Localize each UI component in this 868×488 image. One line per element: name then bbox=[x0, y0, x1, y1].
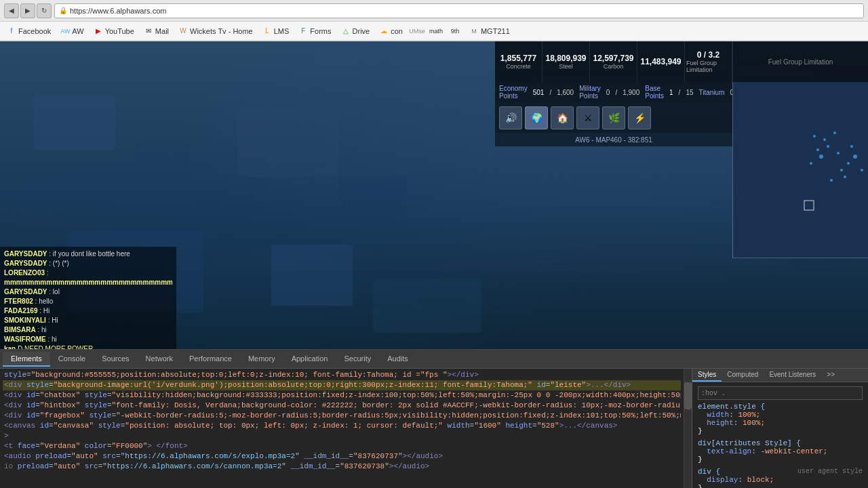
power-button[interactable]: ⚡ bbox=[628, 106, 651, 129]
attack-button[interactable]: ⚔ bbox=[576, 106, 599, 129]
scroll-thumb[interactable] bbox=[684, 382, 692, 409]
mail-icon: ✉ bbox=[144, 26, 153, 36]
tab-application[interactable]: Application bbox=[283, 352, 336, 367]
bookmark-drive[interactable]: △ Drive bbox=[337, 25, 374, 37]
styles-filter[interactable]: :hov . bbox=[698, 386, 863, 400]
resource4-value: 11,483,949 bbox=[640, 57, 681, 66]
chat-line: LORENZO03 : bbox=[4, 268, 172, 278]
lms-icon: L bbox=[262, 26, 272, 36]
economy-pts-label: Economy Points bbox=[499, 85, 528, 100]
style-val: block; bbox=[747, 476, 774, 484]
chat-name: LORENZO03 bbox=[4, 269, 45, 277]
svg-rect-2 bbox=[237, 109, 339, 177]
devtools-tabs: Elements Console Sources Network Perform… bbox=[0, 350, 868, 369]
chat-line: WASIFROME : hi bbox=[4, 335, 172, 344]
chat-msg: : lol bbox=[49, 288, 60, 296]
map-button[interactable]: 🌍 bbox=[525, 106, 548, 129]
browser-chrome: ◀ ▶ ↻ 🔒 https://www.6.alphawars.com f Fa… bbox=[0, 0, 868, 41]
style-selector: div[Attributes Style] { bbox=[698, 439, 801, 447]
fuel-value: 0 / 3.2 bbox=[697, 50, 719, 60]
chat-name: WASIFROME bbox=[4, 336, 46, 343]
styles-tab-events[interactable]: Event Listeners bbox=[764, 369, 821, 382]
concrete-value: 1,855,777 bbox=[500, 54, 536, 63]
styles-tab-styles[interactable]: Styles bbox=[692, 369, 722, 382]
tab-sources[interactable]: Sources bbox=[94, 352, 137, 367]
code-line: > bbox=[3, 431, 681, 441]
devtools-panel: Elements Console Sources Network Perform… bbox=[0, 349, 868, 488]
devtools-code-panel: style="background:#555555;position:absol… bbox=[0, 369, 684, 488]
bookmark-youtube[interactable]: ▶ YouTube bbox=[90, 25, 138, 37]
bookmark-lms[interactable]: L LMS bbox=[258, 25, 294, 37]
base-button[interactable]: 🏠 bbox=[551, 106, 574, 129]
tab-network[interactable]: Network bbox=[138, 352, 181, 367]
bookmark-umse[interactable]: UMse bbox=[408, 25, 426, 37]
chat-name: BIMSARA bbox=[4, 326, 36, 333]
chat-line: FTER802 : hello bbox=[4, 297, 172, 306]
styles-tab-more[interactable]: >> bbox=[821, 369, 840, 382]
chat-name: GARYSDADY bbox=[4, 260, 47, 267]
style-rule-element: element.style { width: 100%; height: 100… bbox=[698, 403, 863, 435]
code-line-highlighted: <div style="background-image:url('i/verd… bbox=[3, 380, 681, 390]
svg-rect-7 bbox=[733, 82, 868, 258]
back-button[interactable]: ◀ bbox=[4, 3, 19, 18]
hud-extra-right: Fuel Group Limitation bbox=[732, 41, 868, 82]
code-line: <div id="hintbox" style="font-family: Do… bbox=[3, 401, 681, 411]
chat-msg: : hi bbox=[37, 326, 46, 333]
forward-button[interactable]: ▶ bbox=[20, 3, 35, 18]
chat-msg: : hi bbox=[47, 336, 56, 343]
bookmark-9th[interactable]: 9th bbox=[446, 25, 464, 37]
chat-msg: : if you dont like bottle here bbox=[49, 250, 130, 258]
minimap-svg bbox=[733, 82, 868, 258]
bookmark-math[interactable]: math bbox=[427, 25, 445, 37]
minimap[interactable] bbox=[732, 82, 868, 258]
tab-memory[interactable]: Memory bbox=[240, 352, 283, 367]
minimap-dots bbox=[733, 82, 868, 258]
chat-line: mmmmmmmmmmmmmmmmmmmmmmmmmmmmmmm bbox=[4, 278, 172, 287]
filter-placeholder: :hov . bbox=[701, 390, 726, 397]
chat-msg: : Hi bbox=[48, 317, 58, 324]
svg-point-12 bbox=[840, 169, 843, 171]
hud-steel: 18,809,939 Steel bbox=[542, 41, 590, 82]
chat-line: GARYSDADY : (*) (*) bbox=[4, 259, 172, 268]
chat-name: GARYSDADY bbox=[4, 250, 47, 258]
hud-concrete: 1,855,777 Concrete bbox=[495, 41, 542, 82]
svg-point-11 bbox=[837, 152, 840, 155]
svg-rect-0 bbox=[34, 96, 115, 150]
svg-point-16 bbox=[833, 131, 836, 134]
base-pts-label: Base Points bbox=[645, 85, 664, 100]
styles-tab-computed[interactable]: Computed bbox=[722, 369, 764, 382]
svg-point-18 bbox=[844, 176, 846, 178]
military-pts-sep: / bbox=[615, 89, 617, 96]
bookmark-mail[interactable]: ✉ Mail bbox=[140, 25, 173, 37]
economy-pts-val: 501 bbox=[533, 89, 545, 96]
tab-performance[interactable]: Performance bbox=[181, 352, 240, 367]
forms-icon: F bbox=[298, 26, 308, 36]
military-pts-max: 1,900 bbox=[623, 89, 639, 96]
bookmark-aw[interactable]: AW AW bbox=[56, 25, 87, 37]
chat-name: FADA2169 bbox=[4, 307, 37, 314]
bookmark-forms[interactable]: F Forms bbox=[294, 25, 335, 37]
address-bar[interactable]: 🔒 https://www.6.alphawars.com bbox=[54, 3, 864, 18]
tab-audits[interactable]: Audits bbox=[379, 352, 416, 367]
bookmark-wickets[interactable]: W Wickets Tv - Home bbox=[174, 25, 257, 37]
bookmark-con[interactable]: ☁ con bbox=[375, 25, 407, 37]
bookmark-facebook[interactable]: f Facebook bbox=[3, 25, 55, 37]
devtools-scrollbar[interactable] bbox=[684, 369, 692, 488]
chat-line: GARYSDADY : if you dont like bottle here bbox=[4, 249, 172, 259]
svg-rect-1 bbox=[136, 143, 190, 184]
tab-console[interactable]: Console bbox=[50, 352, 94, 367]
titanium-label: Titanium bbox=[699, 89, 725, 96]
chat-line: GARYSDADY : lol bbox=[4, 287, 172, 297]
svg-point-8 bbox=[813, 135, 816, 138]
sound-button[interactable]: 🔊 bbox=[499, 106, 522, 129]
nature-button[interactable]: 🌿 bbox=[602, 106, 625, 129]
code-line: <audio preload="auto" src="https://6.alp… bbox=[3, 451, 681, 462]
svg-point-19 bbox=[853, 155, 857, 159]
bookmark-mgt211[interactable]: M MGT211 bbox=[465, 25, 514, 37]
tab-security[interactable]: Security bbox=[336, 352, 379, 367]
refresh-button[interactable]: ↻ bbox=[37, 3, 52, 18]
code-line: <t face="Verdana" color="FF0000"> </font… bbox=[3, 441, 681, 451]
tab-elements[interactable]: Elements bbox=[3, 352, 50, 367]
aw-icon: AW bbox=[60, 26, 70, 36]
chat-line: BIMSARA : hi bbox=[4, 325, 172, 335]
